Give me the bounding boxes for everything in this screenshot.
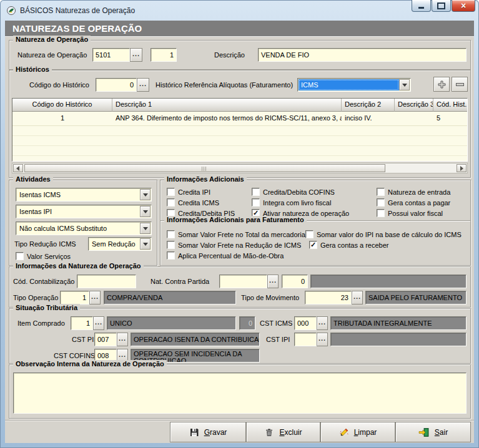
tipo-operacao-browse-button[interactable]: ... [89,291,101,304]
cst-ipi-browse-button[interactable]: ... [317,333,328,346]
scroll-right-arrow[interactable] [457,164,467,172]
checkbox-label: Credita ICMS [178,199,219,207]
checkbox-valor-servicos[interactable]: Valor Serviços [16,252,71,260]
faturamento-group: Informações Adicionais para Faturamento … [160,220,471,266]
item-comprado-browse-button[interactable]: ... [93,316,104,330]
checkbox-label: Gera contas a pagar [388,199,450,207]
contra-partida-browse-button[interactable]: ... [267,275,279,288]
codigo-historico-field[interactable]: 0 [96,78,137,92]
checkbox-somar-frete-reducao-icms[interactable]: Somar Valor Frete na Redução de ICMS [167,241,301,249]
cst-pis-browse-button[interactable]: ... [117,333,128,346]
codigo-historico-browse-button[interactable]: ... [137,78,149,92]
form-body: NATUREZAS DE OPERAÇÃO Natureza de Operaç… [5,21,474,443]
checkbox-somar-frete-total-mercadoria[interactable]: Somar Valor Frete no Total da mercadoria [167,230,305,238]
descricao-label: Descrição [214,51,245,59]
cst-icms-field[interactable]: 000 [294,316,317,330]
maximize-button[interactable] [432,0,451,12]
title-bar[interactable]: BÁSICOS Naturezas de Operação × [0,0,479,21]
group-legend: Informações Adicionais para Faturamento [164,216,307,223]
cst-icms-browse-button[interactable]: ... [317,316,328,330]
checkbox-label: Credita/Debita COFINS [263,188,335,196]
dropdown-arrow-icon[interactable] [140,223,151,234]
checkbox-box [252,198,260,207]
minus-icon [456,83,464,86]
add-historico-button[interactable] [433,77,450,92]
close-button[interactable]: × [452,0,475,12]
cst-pis-field[interactable]: 007 [94,333,117,346]
column-header[interactable]: Código do Histórico [12,99,112,112]
cst-pis-desc-field: OPERACAO ISENTA DA CONTRIBUICAO [131,333,260,346]
contra-partida-field[interactable] [219,275,267,288]
checkbox-credita-debita-cofins[interactable]: Credita/Debita COFINS [252,188,335,196]
dropdown-arrow-icon[interactable] [140,206,151,217]
exit-button[interactable]: Sair [395,422,471,442]
tipo-reducao-combo[interactable]: Sem Redução [88,237,152,251]
group-legend: Informações da Natureza de Operação [13,262,144,270]
checkbox-label: Somar valor do IPI na base de cálculo do… [317,231,462,238]
dropdown-arrow-icon[interactable] [140,189,151,200]
column-header[interactable]: Cód. Hist. R [433,99,467,112]
column-header[interactable]: Descrição 2 [342,99,395,112]
remove-historico-button[interactable] [452,77,468,92]
empty-table-row [12,156,467,162]
cst-ipi-desc-field [330,333,467,346]
scroll-thumb[interactable] [24,164,385,172]
scroll-left-arrow[interactable] [13,164,23,172]
checkbox-integra-livro-fiscal[interactable]: Integra com livro fiscal [252,198,331,207]
observacao-group: Observação Interna da Natureza de Operaç… [9,364,471,419]
table-row[interactable]: 1 ANP 364. Diferimento de imposto nos te… [12,112,467,126]
item-comprado-field[interactable]: 1 [71,316,93,330]
checkbox-credita-ipi[interactable]: Credita IPI [167,188,210,196]
table-cell: inciso IV. [342,112,395,125]
isentas-ipi-combo[interactable]: Isentas IPI [16,205,152,218]
checkbox-label: Possui valor fiscal [388,210,443,217]
checkbox-credita-icms[interactable]: Credita ICMS [167,198,219,207]
dropdown-arrow-icon[interactable] [399,79,410,90]
checkbox-somar-ipi-base-icms[interactable]: Somar valor do IPI na base de cálculo do… [305,230,462,238]
cst-ipi-field[interactable] [294,333,317,346]
codigo-historico-label: Código do Histórico [29,81,89,89]
checkbox-box [305,230,314,238]
tipo-operacao-field[interactable]: 1 [60,291,89,304]
application-window: BÁSICOS Naturezas de Operação × NATUREZA… [0,0,479,448]
observacao-textarea[interactable] [13,373,467,414]
column-header[interactable]: Descrição 3 [395,99,433,112]
natureza-codigo-field[interactable]: 5101 [92,48,130,62]
isentas-icms-combo[interactable]: Isentas ICMS [16,188,152,202]
checkbox-gera-contas-a-receber[interactable]: ✓ Gera contas a receber [309,241,388,249]
icms-substituto-combo[interactable]: Não calcula ICMS Substituto [16,222,152,235]
referencia-aliquotas-combo[interactable]: ICMS [297,78,411,92]
cst-ipi-label: CST IPI [266,336,290,343]
table-header-row: Código do Histórico Descrição 1 Descriçã… [12,99,467,112]
minimize-icon [418,7,424,9]
button-label: Excluir [279,428,302,437]
checkbox-box [252,188,260,196]
minimize-button[interactable] [412,0,431,12]
dropdown-arrow-icon[interactable] [140,238,151,250]
app-icon [6,6,16,16]
cod-contabilizacao-field[interactable] [77,275,136,288]
checkbox-aplica-percentual-mao-de-obra[interactable]: Aplica Percentual de Mão-de-Obra [167,251,284,260]
natureza-browse-button[interactable]: ... [130,48,142,62]
column-header[interactable]: Descrição 1 [112,99,342,112]
horizontal-scrollbar[interactable] [12,163,468,173]
checkbox-possui-valor-fiscal[interactable]: Possui valor fiscal [377,209,443,217]
descricao-field[interactable]: VENDA DE FIO [258,48,467,62]
tipo-movimento-field[interactable]: 23 [305,291,352,304]
window-controls: × [412,0,475,12]
natureza-seq-field[interactable]: 1 [151,48,177,62]
tipo-operacao-desc-field: COMPRA/VENDA [104,291,236,304]
checkbox-box [377,198,385,207]
save-button[interactable]: Gravar [170,422,246,442]
item-comprado-desc-field: UNICO [107,316,236,330]
tipo-movimento-browse-button[interactable]: ... [352,291,363,304]
contra-partida-num-field[interactable]: 0 [282,275,308,288]
checkbox-natureza-de-entrada[interactable]: Natureza de entrada [377,188,450,196]
maximize-icon [437,2,445,9]
delete-button[interactable]: Excluir [246,422,320,442]
combo-selected-value: Sem Redução [89,238,140,250]
clear-button[interactable]: Limpar [320,422,395,442]
checkbox-box [167,198,175,207]
checkbox-gera-contas-a-pagar[interactable]: Gera contas a pagar [377,198,450,207]
window-title: BÁSICOS Naturezas de Operação [20,6,135,15]
